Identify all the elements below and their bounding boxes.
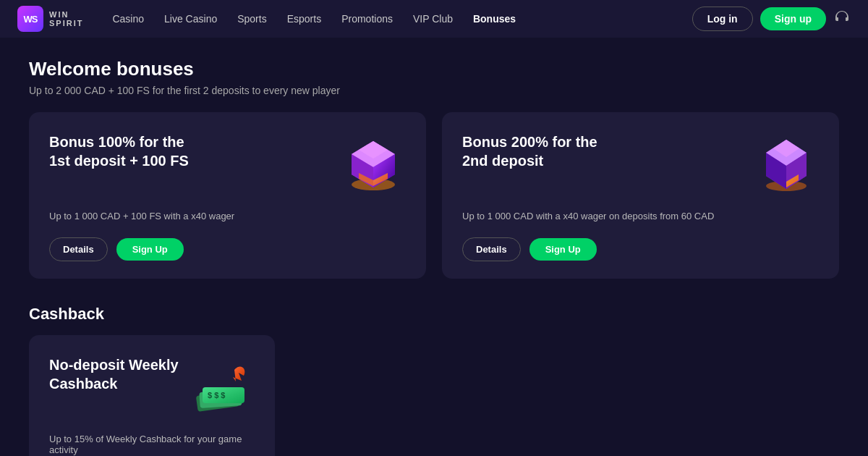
cashback-card-title: No-deposit Weekly Cashback xyxy=(49,355,190,393)
second-deposit-title: Bonus 200% for the 2nd deposit xyxy=(462,132,621,170)
nav-promotions[interactable]: Promotions xyxy=(333,9,401,29)
second-deposit-signup-button[interactable]: Sign Up xyxy=(529,238,597,261)
svg-text:$ $ $: $ $ $ xyxy=(208,391,225,400)
cashback-title: Cashback xyxy=(29,305,839,324)
cashback-card-image: $ $ $ xyxy=(190,355,255,421)
nav-bonuses[interactable]: Bonuses xyxy=(464,9,524,29)
first-deposit-image xyxy=(341,132,406,198)
cashback-card-header: No-deposit Weekly Cashback xyxy=(49,355,255,421)
first-deposit-card: Bonus 100% for the 1st deposit + 100 FS xyxy=(29,112,426,279)
logo-icon: WS xyxy=(17,6,43,32)
first-deposit-card-header: Bonus 100% for the 1st deposit + 100 FS xyxy=(49,132,406,198)
first-deposit-desc: Up to 1 000 CAD + 100 FS with a x40 wage… xyxy=(49,211,406,221)
second-deposit-desc: Up to 1 000 CAD with a x40 wager on depo… xyxy=(462,211,819,221)
welcome-bonuses-subtitle: Up to 2 000 CAD + 100 FS for the first 2… xyxy=(29,85,839,96)
bonus-cards-row: Bonus 100% for the 1st deposit + 100 FS xyxy=(29,112,839,279)
second-deposit-image xyxy=(754,132,819,198)
main-content: Welcome bonuses Up to 2 000 CAD + 100 FS… xyxy=(0,38,868,456)
nav-sports[interactable]: Sports xyxy=(229,9,275,29)
nav-live-casino[interactable]: Live Casino xyxy=(156,9,226,29)
cashback-card-desc: Up to 15% of Weekly Cashback for your ga… xyxy=(49,434,255,455)
second-deposit-card-header: Bonus 200% for the 2nd deposit xyxy=(462,132,819,198)
brand-name: WIN SPIRIT xyxy=(49,10,83,28)
support-icon[interactable] xyxy=(833,9,851,30)
nav-esports[interactable]: Esports xyxy=(278,9,330,29)
brand-logo[interactable]: WS WIN SPIRIT xyxy=(17,6,83,32)
second-deposit-actions: Details Sign Up xyxy=(462,237,819,261)
navbar: WS WIN SPIRIT Casino Live Casino Sports … xyxy=(0,0,868,38)
cashback-card: No-deposit Weekly Cashback xyxy=(29,335,275,456)
login-button[interactable]: Log in xyxy=(692,7,753,31)
welcome-bonuses-title: Welcome bonuses xyxy=(29,58,839,80)
first-deposit-signup-button[interactable]: Sign Up xyxy=(116,238,184,261)
nav-actions: Log in Sign up xyxy=(692,7,851,31)
first-deposit-details-button[interactable]: Details xyxy=(49,237,108,261)
nav-links: Casino Live Casino Sports Esports Promot… xyxy=(103,9,692,29)
nav-vip-club[interactable]: VIP Club xyxy=(404,9,461,29)
first-deposit-actions: Details Sign Up xyxy=(49,237,406,261)
first-deposit-title: Bonus 100% for the 1st deposit + 100 FS xyxy=(49,132,208,170)
nav-casino[interactable]: Casino xyxy=(103,9,153,29)
second-deposit-card: Bonus 200% for the 2nd deposit xyxy=(442,112,839,279)
second-deposit-details-button[interactable]: Details xyxy=(462,237,521,261)
signup-button[interactable]: Sign up xyxy=(760,7,826,30)
